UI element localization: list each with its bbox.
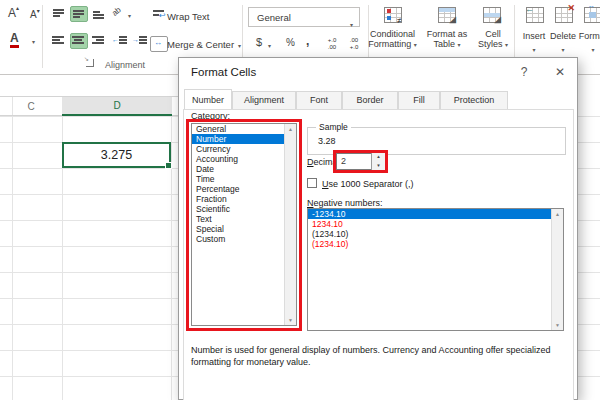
column-gridline	[171, 96, 172, 400]
category-item[interactable]: Text	[192, 214, 296, 224]
active-cell-d[interactable]: 3.275	[62, 142, 171, 168]
column-gridline	[12, 96, 13, 400]
grow-font-icon[interactable]: A	[8, 6, 19, 20]
comma-style-icon[interactable]: ,	[306, 34, 309, 48]
cell-styles-button[interactable]: Cell Styles ▾	[470, 29, 516, 49]
align-middle-button[interactable]	[70, 6, 88, 22]
help-button[interactable]: ?	[513, 63, 535, 81]
scroll-down-icon[interactable]: ▼	[285, 317, 296, 323]
negative-item-selected[interactable]: -1234.10	[308, 209, 563, 219]
column-header-d[interactable]: D	[62, 97, 172, 116]
worksheet-grid-right	[578, 75, 600, 400]
use-1000-separator-label: Use 1000 Separator (,)	[322, 179, 414, 189]
format-cells-icon: ↔	[584, 7, 600, 23]
conditional-formatting-icon: ≠	[384, 7, 402, 23]
number-format-value: General	[257, 12, 291, 23]
category-item[interactable]: Date	[192, 164, 296, 174]
font-color-caret-icon[interactable]: ▾	[32, 38, 35, 45]
format-as-table-button[interactable]: Format as Table ▾	[417, 29, 477, 49]
format-cells-dialog: Format Cells ? ✕ Number Alignment Font B…	[178, 57, 578, 400]
negative-numbers-label: Negative numbers:	[307, 198, 383, 208]
dialog-tabs: Number Alignment Font Border Fill Protec…	[184, 89, 508, 110]
group-separator	[42, 5, 43, 68]
fill-handle[interactable]	[165, 162, 172, 169]
decimal-annotation-redbox: 2 ▲ ▼	[333, 150, 388, 173]
spin-up-icon[interactable]: ▲	[372, 153, 385, 162]
sample-label: Sample	[316, 122, 351, 132]
spin-down-icon[interactable]: ▼	[372, 162, 385, 171]
alignment-group-label: Alignment	[105, 60, 145, 70]
orientation-icon[interactable]: ab	[110, 5, 123, 18]
negative-item[interactable]: (1234.10)	[308, 229, 563, 239]
category-listbox[interactable]: General Number Currency Accounting Date …	[191, 123, 297, 326]
category-item-selected[interactable]: Number	[192, 134, 296, 144]
category-item[interactable]: Special	[192, 224, 296, 234]
tab-fill[interactable]: Fill	[398, 91, 440, 110]
worksheet-grid[interactable]: C D 3.275 unı▲ca	[0, 75, 178, 400]
scroll-up-icon[interactable]: ▲	[285, 126, 296, 132]
wrap-text-button[interactable]: Wrap Text	[167, 11, 209, 22]
format-button[interactable]: Format ▾	[573, 31, 600, 54]
cell-styles-icon: ◢	[483, 7, 501, 23]
format-as-table-icon: ◢	[438, 7, 456, 23]
increase-indent-icon[interactable]: →	[132, 33, 150, 49]
tab-number[interactable]: Number	[184, 89, 232, 110]
increase-decimal-icon[interactable]: +.0.00	[322, 37, 342, 50]
category-item[interactable]: Fraction	[192, 194, 296, 204]
align-bottom-button[interactable]	[90, 6, 108, 22]
negative-item[interactable]: (1234.10)	[308, 239, 563, 249]
dialog-launcher-icon[interactable]: ↘	[86, 59, 94, 67]
dialog-title: Format Cells	[191, 66, 256, 78]
use-1000-separator-checkbox[interactable]	[307, 178, 317, 188]
tab-border[interactable]: Border	[342, 91, 398, 110]
number-format-description: Number is used for general display of nu…	[191, 344, 565, 368]
tab-alignment[interactable]: Alignment	[232, 91, 296, 110]
wrap-text-icon[interactable]: ↩	[150, 7, 168, 23]
category-item[interactable]: Accounting	[192, 154, 296, 164]
shrink-font-icon[interactable]: A	[30, 9, 40, 20]
currency-format-icon[interactable]: $	[256, 36, 262, 48]
column-headers: C D	[0, 96, 178, 116]
category-item[interactable]: Custom	[192, 234, 296, 244]
active-cell-value: 3.275	[101, 148, 132, 162]
merge-center-caret-icon[interactable]: ▾	[238, 42, 241, 49]
category-item[interactable]: Percentage	[192, 184, 296, 194]
decrease-indent-icon[interactable]: ←	[112, 33, 130, 49]
align-top-button[interactable]	[50, 6, 68, 22]
scroll-down-icon[interactable]: ▼	[552, 322, 563, 328]
row-gridlines	[578, 116, 600, 400]
category-item[interactable]: General	[192, 124, 296, 134]
excel-window: A A A ▾ ↘ ab ▾ ← → ↩ Wr	[0, 0, 600, 400]
column-header-c[interactable]: C	[0, 97, 62, 116]
align-right-button[interactable]	[90, 33, 108, 49]
tab-font[interactable]: Font	[296, 91, 342, 110]
currency-caret-icon[interactable]: ▾	[268, 42, 271, 49]
align-left-button[interactable]	[50, 33, 68, 49]
category-item[interactable]: Currency	[192, 144, 296, 154]
merge-center-icon[interactable]: ↔	[150, 36, 168, 52]
close-icon[interactable]: ✕	[549, 63, 571, 81]
category-item[interactable]: Scientific	[192, 204, 296, 214]
negative-item[interactable]: 1234.10	[308, 219, 563, 229]
merge-center-button[interactable]: Merge & Center	[167, 39, 234, 50]
category-item[interactable]: Time	[192, 174, 296, 184]
delete-cells-icon: ✕	[555, 7, 573, 23]
font-color-icon[interactable]: A	[10, 32, 19, 48]
number-format-caret-icon: ▾	[350, 15, 353, 35]
negative-scrollbar[interactable]: ▲ ▼	[551, 209, 563, 330]
percent-style-icon[interactable]: %	[286, 37, 295, 48]
decimal-places-input[interactable]: 2	[336, 153, 372, 170]
orientation-caret-icon[interactable]: ▾	[128, 12, 131, 19]
scroll-up-icon[interactable]: ▲	[552, 211, 563, 217]
number-format-dropdown[interactable]: General ▾	[248, 7, 360, 27]
decimal-places-spinner[interactable]: ▲ ▼	[371, 153, 385, 170]
insert-cells-icon: ←	[526, 7, 544, 23]
align-center-button[interactable]	[70, 33, 88, 49]
sample-value: 3.28	[318, 136, 336, 146]
negative-numbers-listbox[interactable]: -1234.10 1234.10 (1234.10) (1234.10) ▲ ▼	[307, 208, 564, 331]
tab-protection[interactable]: Protection	[440, 91, 508, 110]
category-scrollbar[interactable]: ▲ ▼	[284, 124, 296, 325]
